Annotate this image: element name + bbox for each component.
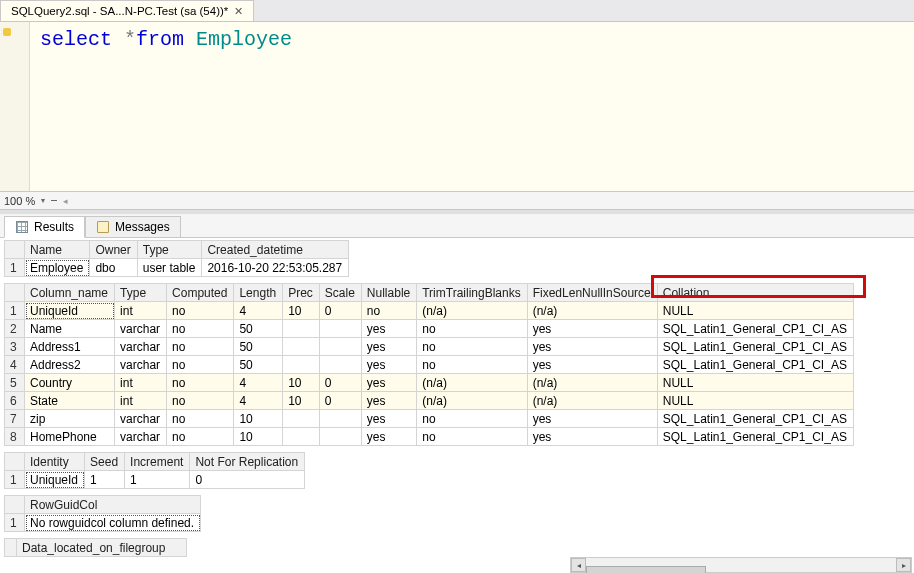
cell[interactable] — [283, 428, 320, 446]
cell[interactable]: yes — [361, 392, 416, 410]
table-row[interactable]: 1UniqueIdintno4100no(n/a)(n/a)NULL — [5, 302, 854, 320]
table-row[interactable]: 6Stateintno4100yes(n/a)(n/a)NULL — [5, 392, 854, 410]
cell[interactable]: no — [417, 410, 527, 428]
cell[interactable]: yes — [361, 410, 416, 428]
cell[interactable]: user table — [137, 259, 202, 277]
table-row[interactable]: 1 UniqueId 1 1 0 — [5, 471, 305, 489]
table-row[interactable]: 8HomePhonevarcharno10yesnoyesSQL_Latin1_… — [5, 428, 854, 446]
col-length[interactable]: Length — [234, 284, 283, 302]
cell[interactable]: yes — [527, 356, 657, 374]
cell[interactable]: no — [417, 320, 527, 338]
table-row[interactable]: 1 Employee dbo user table 2016-10-20 22:… — [5, 259, 349, 277]
cell[interactable]: no — [417, 338, 527, 356]
col-scale[interactable]: Scale — [319, 284, 361, 302]
cell[interactable]: 0 — [319, 374, 361, 392]
cell[interactable]: no — [167, 338, 234, 356]
cell[interactable]: zip — [25, 410, 115, 428]
cell[interactable]: yes — [361, 428, 416, 446]
sql-editor[interactable]: select *from Employee — [0, 22, 914, 192]
cell[interactable]: (n/a) — [417, 392, 527, 410]
cell[interactable]: varchar — [115, 356, 167, 374]
cell[interactable]: varchar — [115, 410, 167, 428]
col-increment[interactable]: Increment — [125, 453, 190, 471]
cell[interactable]: int — [115, 302, 167, 320]
cell[interactable]: no — [361, 302, 416, 320]
col-type[interactable]: Type — [137, 241, 202, 259]
col-filegroup[interactable]: Data_located_on_filegroup — [17, 539, 187, 557]
cell[interactable]: varchar — [115, 320, 167, 338]
col-name[interactable]: Name — [25, 241, 90, 259]
cell[interactable]: 0 — [319, 302, 361, 320]
cell[interactable]: no — [167, 374, 234, 392]
document-tab[interactable]: SQLQuery2.sql - SA...N-PC.Test (sa (54))… — [0, 0, 254, 21]
cell[interactable]: no — [167, 428, 234, 446]
chevron-down-icon[interactable]: ▾ — [41, 196, 45, 205]
cell[interactable] — [283, 338, 320, 356]
cell[interactable] — [319, 320, 361, 338]
cell[interactable]: no — [167, 410, 234, 428]
table-row[interactable]: 1 No rowguidcol column defined. — [5, 514, 201, 532]
zoom-caret-icon[interactable]: ◂ — [63, 196, 68, 206]
table-row[interactable]: 5Countryintno4100yes(n/a)(n/a)NULL — [5, 374, 854, 392]
col-fixedlennullinsource[interactable]: FixedLenNullInSource — [527, 284, 657, 302]
cell[interactable]: no — [417, 428, 527, 446]
col-trimtrailingblanks[interactable]: TrimTrailingBlanks — [417, 284, 527, 302]
cell[interactable]: (n/a) — [417, 374, 527, 392]
zoom-level[interactable]: 100 % — [4, 195, 35, 207]
cell[interactable]: 4 — [234, 302, 283, 320]
col-column_name[interactable]: Column_name — [25, 284, 115, 302]
table-row[interactable]: 3Address1varcharno50yesnoyesSQL_Latin1_G… — [5, 338, 854, 356]
col-identity[interactable]: Identity — [25, 453, 85, 471]
cell[interactable]: 10 — [234, 428, 283, 446]
cell[interactable]: NULL — [657, 392, 853, 410]
cell[interactable]: SQL_Latin1_General_CP1_CI_AS — [657, 338, 853, 356]
cell[interactable]: yes — [527, 410, 657, 428]
cell[interactable]: 10 — [283, 392, 320, 410]
cell[interactable]: 50 — [234, 320, 283, 338]
table-row[interactable]: 2Namevarcharno50yesnoyesSQL_Latin1_Gener… — [5, 320, 854, 338]
cell[interactable]: int — [115, 392, 167, 410]
table-row[interactable]: 4Address2varcharno50yesnoyesSQL_Latin1_G… — [5, 356, 854, 374]
col-type[interactable]: Type — [115, 284, 167, 302]
cell[interactable]: 50 — [234, 338, 283, 356]
scroll-thumb[interactable] — [586, 566, 706, 573]
cell[interactable] — [319, 410, 361, 428]
rowguid-grid[interactable]: RowGuidCol 1 No rowguidcol column define… — [4, 495, 201, 532]
col-computed[interactable]: Computed — [167, 284, 234, 302]
tab-messages[interactable]: Messages — [85, 216, 181, 238]
cell[interactable]: 0 — [319, 392, 361, 410]
cell[interactable]: Country — [25, 374, 115, 392]
cell[interactable]: (n/a) — [527, 392, 657, 410]
cell[interactable] — [283, 410, 320, 428]
cell[interactable] — [319, 338, 361, 356]
cell[interactable]: no — [167, 356, 234, 374]
col-rowguid[interactable]: RowGuidCol — [25, 496, 201, 514]
cell[interactable]: dbo — [90, 259, 137, 277]
col-created[interactable]: Created_datetime — [202, 241, 349, 259]
cell[interactable]: yes — [361, 374, 416, 392]
cell[interactable]: (n/a) — [527, 302, 657, 320]
cell[interactable]: SQL_Latin1_General_CP1_CI_AS — [657, 428, 853, 446]
cell[interactable]: 10 — [283, 302, 320, 320]
scroll-left-icon[interactable]: ◂ — [571, 558, 586, 572]
cell[interactable]: yes — [361, 338, 416, 356]
col-prec[interactable]: Prec — [283, 284, 320, 302]
cell[interactable]: 1 — [125, 471, 190, 489]
cell[interactable]: varchar — [115, 338, 167, 356]
tab-results[interactable]: Results — [4, 216, 85, 238]
cell[interactable]: varchar — [115, 428, 167, 446]
filegroup-grid[interactable]: Data_located_on_filegroup — [4, 538, 187, 557]
cell[interactable]: no — [167, 302, 234, 320]
col-owner[interactable]: Owner — [90, 241, 137, 259]
close-icon[interactable]: ✕ — [234, 5, 243, 18]
cell[interactable] — [283, 320, 320, 338]
summary-grid[interactable]: Name Owner Type Created_datetime 1 Emplo… — [4, 240, 349, 277]
col-nfr[interactable]: Not For Replication — [190, 453, 305, 471]
cell[interactable]: yes — [527, 428, 657, 446]
cell[interactable]: 50 — [234, 356, 283, 374]
cell[interactable]: State — [25, 392, 115, 410]
cell[interactable]: yes — [527, 320, 657, 338]
cell[interactable]: 2016-10-20 22:53:05.287 — [202, 259, 349, 277]
cell[interactable]: (n/a) — [527, 374, 657, 392]
columns-grid[interactable]: Column_nameTypeComputedLengthPrecScaleNu… — [4, 283, 854, 446]
